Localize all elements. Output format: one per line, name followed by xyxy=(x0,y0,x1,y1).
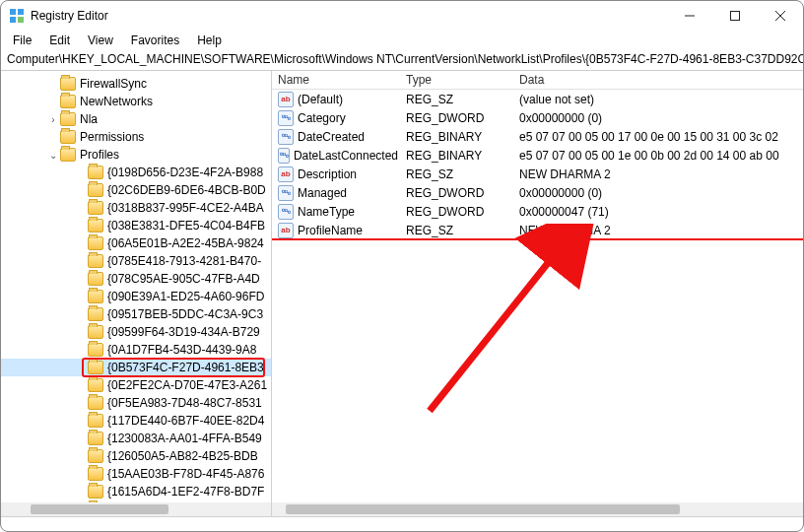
values-header[interactable]: Name Type Data xyxy=(272,71,803,90)
value-row[interactable]: ab(Default)REG_SZ(value not set) xyxy=(272,90,803,108)
folder-icon xyxy=(88,219,103,233)
value-name: ProfileName xyxy=(298,224,363,237)
folder-icon xyxy=(60,112,76,126)
tree-item[interactable]: {0318B837-995F-4CE2-A4BA xyxy=(1,199,272,217)
tree-pane[interactable]: FirewallSyncNewNetworks›NlaPermissions⌄P… xyxy=(1,71,272,516)
value-type: REG_SZ xyxy=(406,93,519,106)
value-name: (Default) xyxy=(298,93,343,106)
tree-item[interactable]: {0F5EA983-7D48-48C7-8531 xyxy=(1,394,272,412)
binary-value-icon: ⁰¹¹₀ xyxy=(278,185,294,201)
folder-icon xyxy=(60,148,76,162)
address-bar[interactable]: Computer\HKEY_LOCAL_MACHINE\SOFTWARE\Mic… xyxy=(1,50,803,71)
menu-edit[interactable]: Edit xyxy=(41,32,78,49)
svg-rect-3 xyxy=(18,17,24,23)
tree-item-label: {0A1D7FB4-543D-4439-9A8 xyxy=(107,343,256,357)
tree-item[interactable]: {117DE440-6B7F-40EE-82D4 xyxy=(1,412,272,430)
tree-item-label: NewNetworks xyxy=(80,95,153,108)
app-icon xyxy=(9,8,25,24)
menu-favorites[interactable]: Favorites xyxy=(123,32,187,49)
chevron-right-icon[interactable]: › xyxy=(46,114,60,125)
chevron-down-icon[interactable]: ⌄ xyxy=(46,150,60,161)
folder-icon xyxy=(88,183,103,197)
svg-rect-5 xyxy=(731,12,740,21)
tree-item-label: Nla xyxy=(80,112,98,126)
value-name: Category xyxy=(298,111,346,125)
value-row[interactable]: abDescriptionREG_SZNEW DHARMA 2 xyxy=(272,165,803,183)
value-data: NEW DHARMA 2 xyxy=(519,167,803,181)
tree-item[interactable]: {090E39A1-ED25-4A60-96FD xyxy=(1,288,272,305)
tree-item[interactable]: {038E3831-DFE5-4C04-B4FB xyxy=(1,217,272,234)
value-row[interactable]: abProfileNameREG_SZNEW DHARMA 2 xyxy=(272,221,803,239)
menu-bar: File Edit View Favorites Help xyxy=(1,31,803,50)
folder-icon xyxy=(88,432,103,445)
folder-icon xyxy=(88,485,103,499)
col-data[interactable]: Data xyxy=(519,73,803,87)
value-row[interactable]: ⁰¹¹₀DateLastConnectedREG_BINARYe5 07 07 … xyxy=(272,146,803,165)
status-bar xyxy=(1,516,803,532)
main-split: FirewallSyncNewNetworks›NlaPermissions⌄P… xyxy=(1,71,803,516)
value-name: DateCreated xyxy=(298,130,365,144)
tree-item-label: {15AAE03B-F78D-4F45-A876 xyxy=(107,467,264,481)
minimize-button[interactable] xyxy=(667,1,712,31)
tree-item-label: {1230083A-AA01-4FFA-B549 xyxy=(107,432,262,445)
tree-item[interactable]: {1230083A-AA01-4FFA-B549 xyxy=(1,430,272,447)
folder-icon xyxy=(88,201,103,215)
value-name: Description xyxy=(298,167,357,181)
tree-item-label: {09599F64-3D19-434A-B729 xyxy=(107,325,260,339)
tree-item[interactable]: {0198D656-D23E-4F2A-B988 xyxy=(1,164,272,181)
tree-item[interactable]: FirewallSync xyxy=(1,75,272,93)
folder-icon xyxy=(60,95,76,108)
tree-item[interactable]: {126050A5-AB82-4B25-BDB xyxy=(1,447,272,465)
tree-item[interactable]: {0785E418-7913-4281-B470- xyxy=(1,252,272,270)
tree-item[interactable]: {078C95AE-905C-47FB-A4D xyxy=(1,270,272,288)
title-bar: Registry Editor xyxy=(1,1,803,31)
folder-icon xyxy=(60,130,76,144)
folder-icon xyxy=(88,343,103,357)
value-type: REG_BINARY xyxy=(406,149,519,163)
values-pane[interactable]: Name Type Data ab(Default)REG_SZ(value n… xyxy=(272,71,803,516)
tree-item-label: {126050A5-AB82-4B25-BDB xyxy=(107,449,258,463)
folder-icon xyxy=(88,290,103,303)
tree-item[interactable]: {1615A6D4-1EF2-47F8-BD7F xyxy=(1,483,272,500)
value-row[interactable]: ⁰¹¹₀NameTypeREG_DWORD0x00000047 (71) xyxy=(272,202,803,221)
menu-help[interactable]: Help xyxy=(189,32,230,49)
tree-item-label: {117DE440-6B7F-40EE-82D4 xyxy=(107,414,264,428)
tree-h-scrollbar[interactable] xyxy=(1,502,272,516)
folder-icon xyxy=(88,166,103,179)
folder-icon xyxy=(88,325,103,339)
tree-item[interactable]: ⌄Profiles xyxy=(1,146,272,164)
tree-item[interactable]: {0A1D7FB4-543D-4439-9A8 xyxy=(1,341,272,359)
folder-icon xyxy=(88,307,103,321)
value-type: REG_DWORD xyxy=(406,186,519,200)
tree-item[interactable]: {02C6DEB9-6DE6-4BCB-B0D xyxy=(1,181,272,199)
value-row[interactable]: ⁰¹¹₀ManagedREG_DWORD0x00000000 (0) xyxy=(272,183,803,202)
tree-item[interactable]: Permissions xyxy=(1,128,272,146)
tree-item[interactable]: {0B573F4C-F27D-4961-8EB3 xyxy=(1,359,272,376)
tree-item[interactable]: {15AAE03B-F78D-4F45-A876 xyxy=(1,465,272,483)
tree-item-label: {0785E418-7913-4281-B470- xyxy=(107,254,261,268)
maximize-button[interactable] xyxy=(712,1,758,31)
value-data: e5 07 07 00 05 00 17 00 0e 00 15 00 31 0… xyxy=(519,130,803,144)
value-row[interactable]: ⁰¹¹₀CategoryREG_DWORD0x00000000 (0) xyxy=(272,108,803,127)
col-type[interactable]: Type xyxy=(406,73,519,87)
value-type: REG_BINARY xyxy=(406,130,519,144)
menu-view[interactable]: View xyxy=(80,32,121,49)
values-h-scrollbar[interactable] xyxy=(272,502,803,516)
value-data: NEW DHARMA 2 xyxy=(519,224,803,237)
value-type: REG_SZ xyxy=(406,224,519,237)
menu-file[interactable]: File xyxy=(5,32,39,49)
tree-item[interactable]: {06A5E01B-A2E2-45BA-9824 xyxy=(1,234,272,252)
close-button[interactable] xyxy=(758,1,803,31)
col-name[interactable]: Name xyxy=(278,73,406,87)
tree-item[interactable]: {0E2FE2CA-D70E-47E3-A261 xyxy=(1,376,272,394)
tree-item[interactable]: {09599F64-3D19-434A-B729 xyxy=(1,323,272,341)
tree-item[interactable]: {09517BEB-5DDC-4C3A-9C3 xyxy=(1,305,272,323)
tree-item[interactable]: ›Nla xyxy=(1,110,272,128)
value-data: e5 07 07 00 05 00 1e 00 0b 00 2d 00 14 0… xyxy=(519,149,803,163)
value-data: 0x00000000 (0) xyxy=(519,111,803,125)
folder-icon xyxy=(88,272,103,286)
tree-item[interactable]: NewNetworks xyxy=(1,93,272,110)
tree-item-label: {0E2FE2CA-D70E-47E3-A261 xyxy=(107,378,267,392)
tree-item-label: {0B573F4C-F27D-4961-8EB3 xyxy=(107,361,264,374)
value-row[interactable]: ⁰¹¹₀DateCreatedREG_BINARYe5 07 07 00 05 … xyxy=(272,127,803,146)
